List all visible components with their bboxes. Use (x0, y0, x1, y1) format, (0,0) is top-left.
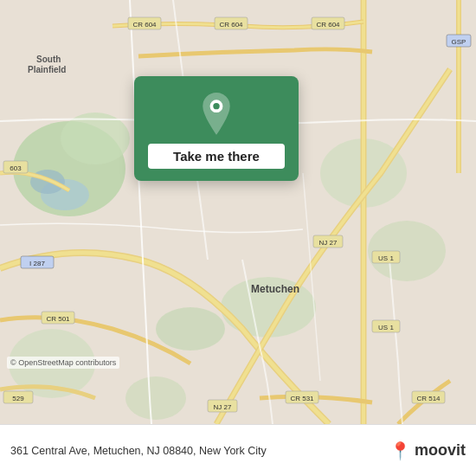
location-pin-icon (197, 92, 235, 135)
svg-text:US 1: US 1 (378, 324, 394, 331)
bottom-bar: 361 Central Ave, Metuchen, NJ 08840, New… (0, 424, 476, 476)
svg-point-43 (213, 103, 219, 109)
svg-text:CR 604: CR 604 (316, 21, 340, 29)
svg-text:CR 501: CR 501 (46, 315, 70, 323)
svg-text:NJ 27: NJ 27 (214, 403, 232, 411)
svg-text:Plainfield: Plainfield (28, 65, 66, 74)
svg-text:GSP: GSP (452, 38, 466, 46)
svg-point-4 (156, 307, 225, 351)
osm-attribution: © OpenStreetMap contributors (7, 357, 119, 369)
svg-text:CR 531: CR 531 (290, 395, 314, 402)
svg-text:South: South (36, 55, 61, 64)
svg-text:603: 603 (10, 164, 22, 172)
moovit-logo: 📍 moovit (389, 441, 466, 461)
svg-text:US 1: US 1 (378, 254, 394, 262)
svg-text:529: 529 (12, 395, 24, 402)
svg-point-2 (61, 113, 130, 164)
action-card: Take me there (134, 76, 299, 181)
moovit-brand-text: moovit (415, 441, 466, 460)
svg-text:CR 604: CR 604 (219, 21, 243, 29)
address-text: 361 Central Ave, Metuchen, NJ 08840, New… (10, 445, 389, 457)
map-container: CR 604 CR 604 CR 604 I 287 NJ 27 NJ 27 U… (0, 0, 476, 424)
svg-text:I 287: I 287 (29, 260, 45, 267)
take-me-there-button[interactable]: Take me there (148, 144, 285, 169)
moovit-pin-icon: 📍 (389, 441, 411, 461)
svg-text:CR 604: CR 604 (132, 21, 157, 29)
svg-text:NJ 27: NJ 27 (319, 239, 338, 247)
svg-text:CR 514: CR 514 (416, 395, 441, 402)
svg-text:Metuchen: Metuchen (251, 283, 299, 295)
svg-point-8 (125, 376, 186, 420)
